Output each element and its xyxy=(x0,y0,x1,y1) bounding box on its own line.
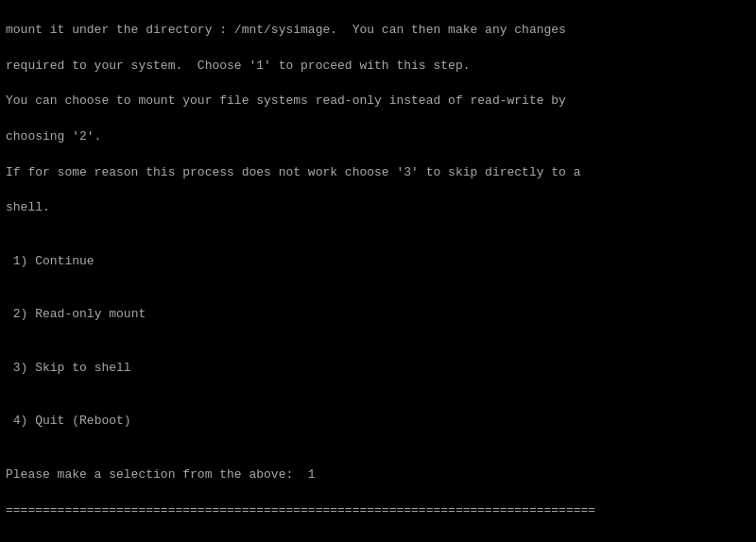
terminal-line: If for some reason this process does not… xyxy=(6,164,750,182)
terminal-line: ========================================… xyxy=(6,502,750,520)
terminal-line: required to your system. Choose '1' to p… xyxy=(6,58,750,76)
terminal-line: choosing '2'. xyxy=(6,128,750,146)
terminal-line: Please make a selection from the above: … xyxy=(6,466,750,484)
terminal-line: mount it under the directory : /mnt/sysi… xyxy=(6,22,750,40)
terminal-line: ========================================… xyxy=(6,537,750,542)
terminal-line: You can choose to mount your file system… xyxy=(6,93,750,110)
terminal-line: 1) Continue xyxy=(6,253,750,271)
terminal-output: mount it under the directory : /mnt/sysi… xyxy=(6,4,750,538)
terminal-line: 4) Quit (Reboot) xyxy=(6,413,750,431)
terminal-line: 2) Read-only mount xyxy=(6,306,750,324)
terminal-line: 3) Skip to shell xyxy=(6,360,750,378)
terminal-line: shell. xyxy=(6,199,750,217)
